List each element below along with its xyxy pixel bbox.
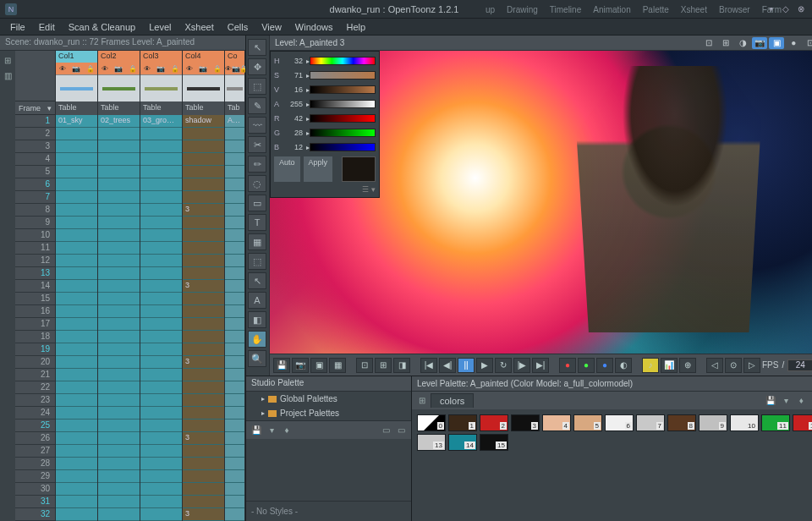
xsheet-cell[interactable] bbox=[140, 229, 182, 242]
palette-tree-item[interactable]: ▸Project Palettes bbox=[246, 406, 411, 420]
save-icon[interactable]: 💾 bbox=[764, 395, 777, 407]
xsheet-cell[interactable]: A… bbox=[225, 115, 244, 128]
room-tab-browser[interactable]: Browser bbox=[714, 3, 755, 16]
xsheet-cell[interactable] bbox=[98, 153, 140, 166]
xsheet-cell[interactable] bbox=[56, 191, 97, 204]
xsheet-cell[interactable]: 3 bbox=[183, 508, 224, 521]
xsheet-cell[interactable] bbox=[140, 140, 182, 153]
xsheet-cell[interactable] bbox=[183, 305, 224, 318]
xsheet-cell[interactable] bbox=[183, 369, 224, 381]
xsheet-cell[interactable] bbox=[140, 331, 182, 343]
xsheet-cell[interactable] bbox=[140, 280, 182, 293]
xsheet-cell[interactable] bbox=[183, 153, 224, 166]
xsheet-cell[interactable] bbox=[56, 204, 97, 217]
cam-icon[interactable]: 📷 bbox=[200, 65, 207, 73]
xsheet-cell[interactable]: 3 bbox=[183, 356, 224, 369]
xsheet-cell[interactable] bbox=[225, 229, 244, 242]
tool-button[interactable]: ⬚ bbox=[248, 253, 266, 270]
viewer-option-icon[interactable]: ⊡ bbox=[701, 37, 716, 49]
column-thumbnail[interactable] bbox=[140, 74, 182, 101]
next-frame-button[interactable]: |▶ bbox=[513, 358, 530, 373]
xsheet-cell[interactable] bbox=[183, 381, 224, 394]
lock-icon[interactable]: 🔒 bbox=[239, 65, 245, 73]
xsheet-cell[interactable] bbox=[98, 343, 140, 356]
save-icon[interactable]: 💾 bbox=[250, 424, 263, 437]
column-name[interactable]: Col1 bbox=[56, 51, 97, 63]
frame-number[interactable]: 14 bbox=[15, 280, 55, 293]
nav-next-icon[interactable]: ▷ bbox=[743, 358, 760, 373]
menu-view[interactable]: View bbox=[255, 20, 288, 34]
xsheet-cell[interactable] bbox=[225, 242, 244, 255]
xsheet-cell[interactable] bbox=[140, 369, 182, 381]
xsheet-cell[interactable] bbox=[98, 178, 140, 191]
xsheet-cell[interactable] bbox=[98, 305, 140, 318]
xsheet-cell[interactable]: 3 bbox=[183, 204, 224, 217]
nav-pick-icon[interactable]: ⊙ bbox=[725, 358, 742, 373]
frame-number[interactable]: 1 bbox=[15, 115, 55, 128]
hue-slider[interactable] bbox=[310, 57, 376, 65]
xsheet-cell[interactable] bbox=[140, 305, 182, 318]
xsheet-cell[interactable] bbox=[225, 305, 244, 318]
color-swatch[interactable]: 1 bbox=[448, 414, 477, 431]
xsheet-cell[interactable] bbox=[56, 407, 97, 420]
frame-dropdown-icon[interactable]: ▾ bbox=[47, 104, 52, 112]
tool-button[interactable]: 🔍 bbox=[248, 350, 266, 367]
tool-button[interactable]: ✂ bbox=[248, 136, 266, 153]
xsheet-cell[interactable] bbox=[98, 229, 140, 242]
frame-number[interactable]: 17 bbox=[15, 318, 55, 331]
xsheet-cell[interactable] bbox=[56, 280, 97, 293]
xsheet-cell[interactable] bbox=[225, 128, 244, 140]
xsheet-cell[interactable] bbox=[56, 381, 97, 394]
tool-button[interactable]: 〰 bbox=[248, 117, 266, 134]
viewer-camera-icon[interactable]: 📷 bbox=[752, 37, 767, 49]
xsheet-cell[interactable] bbox=[225, 470, 244, 483]
xsheet-cell[interactable] bbox=[98, 420, 140, 432]
xsheet-cell[interactable] bbox=[56, 470, 97, 483]
frame-number[interactable]: 12 bbox=[15, 255, 55, 267]
xsheet-cell[interactable] bbox=[98, 267, 140, 280]
xsheet-cell[interactable] bbox=[140, 153, 182, 166]
xsheet-cell[interactable] bbox=[56, 217, 97, 229]
frame-number[interactable]: 11 bbox=[15, 242, 55, 255]
panel-menu-icon[interactable]: ☰ ▾ bbox=[274, 185, 376, 194]
xsheet-cell[interactable] bbox=[225, 432, 244, 445]
xsheet-cell[interactable] bbox=[140, 420, 182, 432]
frame-number[interactable]: 20 bbox=[15, 356, 55, 369]
column-name[interactable]: Col3 bbox=[140, 51, 182, 63]
xsheet-cell[interactable] bbox=[98, 369, 140, 381]
blue-slider[interactable] bbox=[310, 143, 376, 151]
frame-number[interactable]: 32 bbox=[15, 508, 55, 521]
tool-button[interactable]: ↖ bbox=[248, 39, 266, 56]
viewer-option-icon[interactable]: ⊞ bbox=[718, 37, 733, 49]
colors-tab[interactable]: colors bbox=[431, 393, 474, 408]
xsheet-cell[interactable] bbox=[56, 331, 97, 343]
xsheet-cell[interactable] bbox=[225, 331, 244, 343]
eye-icon[interactable]: 👁 bbox=[102, 65, 109, 73]
val-slider[interactable] bbox=[310, 85, 376, 94]
xsheet-cell[interactable] bbox=[98, 280, 140, 293]
xsheet-cell[interactable] bbox=[140, 217, 182, 229]
xsheet-cell[interactable] bbox=[183, 420, 224, 432]
xsheet-cell[interactable] bbox=[56, 255, 97, 267]
tool-button[interactable]: ▭ bbox=[248, 195, 266, 211]
new-style-icon[interactable]: ▭ bbox=[394, 424, 408, 437]
color-swatch[interactable]: 13 bbox=[417, 434, 446, 451]
xsheet-cell[interactable] bbox=[98, 381, 140, 394]
key-icon[interactable]: ♦ bbox=[794, 395, 808, 407]
xsheet-cell[interactable] bbox=[56, 242, 97, 255]
color-swatch[interactable]: 12 bbox=[793, 414, 812, 431]
xsheet-cell[interactable] bbox=[183, 191, 224, 204]
xsheet-cell[interactable] bbox=[225, 369, 244, 381]
xsheet-cell[interactable] bbox=[98, 483, 140, 496]
xsheet-cell[interactable] bbox=[183, 166, 224, 178]
frame-number[interactable]: 10 bbox=[15, 229, 55, 242]
color-swatch[interactable]: 7 bbox=[636, 414, 665, 431]
xsheet-cell[interactable] bbox=[225, 496, 244, 508]
nav-prev-icon[interactable]: ◁ bbox=[706, 358, 723, 373]
tool-button[interactable]: ↖ bbox=[248, 272, 266, 289]
xsheet-cell[interactable] bbox=[140, 432, 182, 445]
column-name[interactable]: Co bbox=[225, 51, 244, 63]
xsheet-cell[interactable] bbox=[140, 343, 182, 356]
xsheet-cell[interactable] bbox=[98, 470, 140, 483]
dropdown-icon[interactable]: ▾ bbox=[265, 424, 278, 437]
